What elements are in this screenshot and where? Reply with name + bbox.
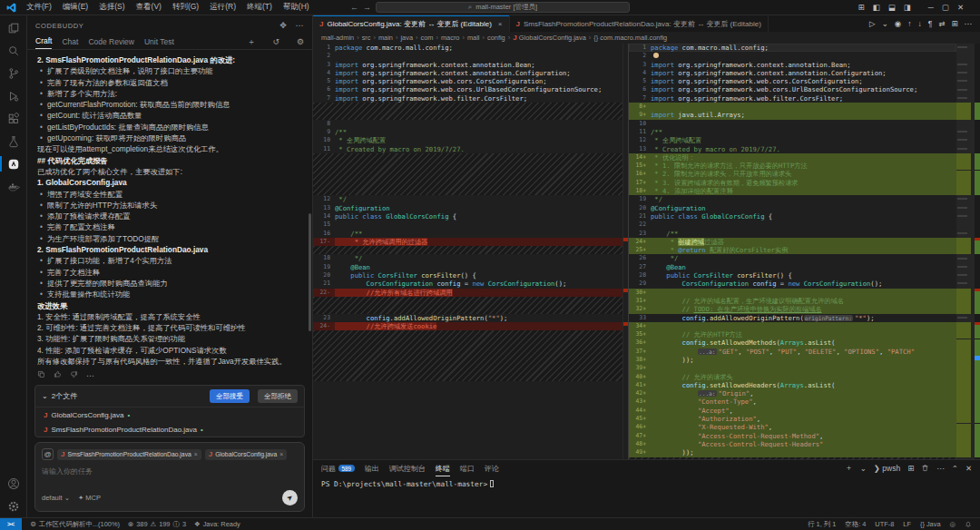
next-change-icon[interactable]: ↓ xyxy=(917,19,921,28)
panel-more-icon[interactable]: ⋯ xyxy=(295,21,304,30)
history-icon[interactable]: ↺ xyxy=(272,37,279,46)
terminal-panel-tab[interactable]: 输出 xyxy=(365,460,379,476)
kill-terminal-icon[interactable] xyxy=(921,464,929,474)
nav-back-icon[interactable]: ← xyxy=(350,3,358,12)
prev-change-icon[interactable]: ↑ xyxy=(907,19,911,28)
close-button[interactable]: ✕ xyxy=(957,3,964,12)
explorer-icon[interactable] xyxy=(0,16,27,39)
editor-tab[interactable]: JSmsFlashPromotionProductRelationDao.jav… xyxy=(510,15,769,32)
minimize-button[interactable]: ─ xyxy=(928,3,934,12)
java-status[interactable]: ❖Java: Ready xyxy=(194,520,240,528)
terminal-content[interactable]: PS D:\projects\mall-master\mall-master> xyxy=(313,476,980,492)
panel-scrollbar[interactable] xyxy=(309,213,311,331)
test-flask-icon[interactable] xyxy=(0,130,27,152)
new-terminal-icon[interactable]: ＋ xyxy=(845,463,853,474)
remote-indicator[interactable]: >< xyxy=(0,518,22,530)
terminal-panel-tab[interactable]: 评论 xyxy=(485,460,499,476)
collapse-icon[interactable]: ⌄ xyxy=(42,392,48,400)
reject-all-button[interactable]: 全部拒绝 xyxy=(258,389,298,403)
maximize-panel-icon[interactable]: ⌃ xyxy=(952,464,958,473)
minimap[interactable] xyxy=(956,44,975,459)
indentation[interactable]: 空格: 4 xyxy=(845,520,866,529)
account-icon[interactable] xyxy=(0,472,27,495)
breadcrumb-item[interactable]: macro xyxy=(441,34,460,42)
run-debug-icon[interactable] xyxy=(0,84,27,107)
chip-close-icon[interactable]: × xyxy=(194,451,198,457)
docker-icon[interactable] xyxy=(0,175,27,198)
codebuddy-action-icon[interactable]: ◉ xyxy=(895,19,901,28)
context-chip[interactable]: JSmsFlashPromotionProductRelationDao.jav… xyxy=(57,449,201,460)
run-icon[interactable]: ▷ xyxy=(869,19,876,28)
breadcrumb-item[interactable]: main xyxy=(378,34,393,42)
task-input-placeholder[interactable]: 请输入你的任务 xyxy=(42,466,298,490)
settings-gear-icon[interactable] xyxy=(0,495,27,517)
breadcrumb-item[interactable]: mall-admin xyxy=(321,34,354,42)
thumbs-up-icon[interactable] xyxy=(54,370,62,380)
search-icon[interactable] xyxy=(0,39,27,62)
chip-close-icon[interactable]: × xyxy=(279,451,283,457)
terminal-panel-tab[interactable]: 终端 xyxy=(436,460,450,476)
thumbs-down-icon[interactable] xyxy=(70,370,78,380)
model-selector[interactable]: default ⌄ xyxy=(42,494,70,502)
breadcrumb-item[interactable]: src xyxy=(362,34,371,42)
cursor-position[interactable]: 行 1, 列 1 xyxy=(808,520,836,529)
task-input-card[interactable]: @ JSmsFlashPromotionProductRelationDao.j… xyxy=(34,442,305,512)
customize-layout-icon[interactable]: ⊞ xyxy=(858,3,865,12)
changed-file-item[interactable]: JGlobalCorsConfig.java• xyxy=(35,407,304,422)
menu-item[interactable]: 查看(V) xyxy=(131,2,167,11)
split-terminal-icon[interactable]: ⊞ xyxy=(907,464,914,473)
menu-item[interactable]: 文件(F) xyxy=(21,2,57,11)
terminal-panel-tab[interactable]: 端口 xyxy=(460,460,475,476)
breadcrumb-item[interactable]: J GlobalCorsConfig.java xyxy=(513,34,586,42)
panel-tab-unit-test[interactable]: Unit Test xyxy=(144,35,174,49)
encoding[interactable]: UTF-8 xyxy=(875,520,894,528)
toggle-primary-sidebar-icon[interactable]: ◧ xyxy=(873,3,880,12)
accept-all-button[interactable]: 全部接受 xyxy=(210,389,250,403)
breadcrumb-item[interactable]: com xyxy=(420,34,433,42)
toggle-secondary-sidebar-icon[interactable]: ◨ xyxy=(904,3,911,12)
editor-more-icon[interactable]: ⋯ xyxy=(965,19,973,28)
new-session-icon[interactable]: ＋ xyxy=(247,36,255,48)
panel-tab-code-review[interactable]: Code Review xyxy=(88,35,134,49)
terminal-panel-tab[interactable]: 调试控制台 xyxy=(389,460,426,476)
terminal-panel-tab[interactable]: 问题589 xyxy=(321,460,355,476)
message-more-icon[interactable]: ⋯ xyxy=(86,371,94,380)
breadcrumb-item[interactable]: mall xyxy=(467,34,480,42)
menu-item[interactable]: 选择(S) xyxy=(93,2,130,11)
menu-item[interactable]: 帮助(H) xyxy=(278,2,315,11)
breadcrumb-item[interactable]: java xyxy=(400,34,413,42)
notifications-bell-icon[interactable] xyxy=(965,521,972,528)
breadcrumb-item[interactable]: config xyxy=(487,34,505,42)
mcp-button[interactable]: ✦ MCP xyxy=(78,494,101,502)
menu-item[interactable]: 终端(T) xyxy=(241,2,278,11)
editor-tab[interactable]: JGlobalCorsConfig.java: 变更前 ↔ 变更后 (Edita… xyxy=(313,15,510,32)
run-dropdown-icon[interactable]: ⌄ xyxy=(882,19,888,28)
add-context-button[interactable]: @ xyxy=(42,448,54,460)
terminal-shell-icon[interactable]: ❯ pwsh xyxy=(874,464,900,473)
copy-icon[interactable] xyxy=(37,370,45,380)
close-panel-icon[interactable]: ✕ xyxy=(965,464,972,473)
menu-item[interactable]: 运行(R) xyxy=(204,2,241,11)
swap-diff-icon[interactable]: ⇄ xyxy=(938,19,945,28)
language-mode[interactable]: {} Java xyxy=(920,520,941,528)
split-editor-icon[interactable]: ⊞ xyxy=(951,19,957,28)
maximize-button[interactable]: ▢ xyxy=(942,3,949,12)
eol[interactable]: LF xyxy=(903,520,911,528)
tab-close-icon[interactable]: × xyxy=(498,20,503,28)
changed-file-item[interactable]: JSmsFlashPromotionProductRelationDao.jav… xyxy=(35,422,304,437)
whitespace-toggle-icon[interactable]: ¶ xyxy=(928,19,933,28)
command-center-search[interactable]: ⌕ mall-master [管理员] xyxy=(376,2,630,13)
source-control-icon[interactable] xyxy=(0,62,27,84)
problems-status[interactable]: ⊗389⚠199ⓘ3 xyxy=(128,520,186,529)
context-chip[interactable]: JGlobalCorsConfig.java× xyxy=(205,449,287,460)
breadcrumb-item[interactable]: {} com.macro.mall.config xyxy=(593,34,667,42)
send-button[interactable]: ➤ xyxy=(282,490,298,505)
right-overview-ruler[interactable] xyxy=(975,44,980,459)
terminal-more-icon[interactable]: ⋯ xyxy=(936,464,945,473)
menu-item[interactable]: 编辑(E) xyxy=(57,2,93,11)
nav-forward-icon[interactable]: → xyxy=(363,3,371,12)
codebuddy-icon[interactable] xyxy=(0,152,27,175)
extensions-icon[interactable] xyxy=(0,107,27,130)
panel-move-icon[interactable]: ✥ xyxy=(279,21,287,30)
panel-settings-icon[interactable]: ⚙ xyxy=(297,37,304,46)
